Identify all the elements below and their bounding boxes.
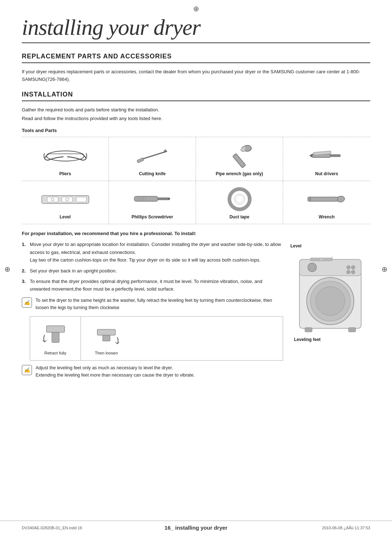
svg-point-39 <box>347 266 350 269</box>
tools-row1: Pliers Cutting knife <box>22 137 370 181</box>
pliers-icon <box>42 143 89 168</box>
svg-point-43 <box>308 263 317 272</box>
replacement-section: REPLACEMENT PARTS AND ACCESSORIES If you… <box>22 53 370 83</box>
svg-rect-33 <box>103 335 110 341</box>
tool-wrench: Wrench <box>283 181 370 224</box>
svg-point-0 <box>46 151 84 161</box>
tool-cutting-knife: Cutting knife <box>109 137 196 181</box>
pliers-label: Pliers <box>59 171 71 176</box>
install-text-col: 1. Move your dryer to an appropriate loc… <box>22 241 283 384</box>
tool-duct-tape: Duct tape <box>196 181 283 224</box>
svg-rect-11 <box>47 197 58 202</box>
svg-point-41 <box>347 270 350 274</box>
reg-mark-left: ⊕ <box>4 265 11 274</box>
replacement-title: REPLACEMENT PARTS AND ACCESSORIES <box>22 53 370 63</box>
diagram-loosen-label: Then loosen <box>95 351 118 355</box>
svg-rect-17 <box>158 198 170 200</box>
install-intro-1: Gather the required tools and parts befo… <box>22 106 370 114</box>
tools-label: Tools and Parts <box>22 128 370 133</box>
svg-point-45 <box>320 258 322 260</box>
tools-row2: Level <box>22 181 370 224</box>
dryer-image-col: Level <box>290 241 370 384</box>
wrench-label: Wrench <box>319 214 335 219</box>
tool-pliers: Pliers <box>22 137 109 181</box>
duct-tape-icon <box>225 186 254 211</box>
svg-rect-29 <box>308 197 311 201</box>
svg-rect-32 <box>97 329 115 335</box>
leveling-feet-label: Leveling feet <box>294 337 367 342</box>
install-bold: For proper installation, we recommend th… <box>22 231 370 236</box>
note1-text: To set the dryer to the same height as t… <box>36 297 283 311</box>
svg-point-42 <box>351 270 355 274</box>
tool-level: Level <box>22 181 109 224</box>
duct-tape-label: Duct tape <box>229 214 249 219</box>
phillips-label: Phillips Screwdriver <box>131 214 173 219</box>
install-step-1: 1. Move your dryer to an appropriate loc… <box>22 241 283 264</box>
dryer-svg <box>292 249 368 336</box>
pipe-wrench-icon <box>220 143 260 168</box>
svg-rect-31 <box>52 332 59 342</box>
note1-icon: ✍ <box>22 297 32 308</box>
install-step-3: 3. To ensure that the dryer provides opt… <box>22 278 283 293</box>
note2-text: Adjust the leveling feet only as much as… <box>36 364 195 379</box>
footer-page-label: 16_ installing your dryer <box>164 525 227 531</box>
svg-marker-8 <box>309 154 312 157</box>
level-image-label: Level <box>290 243 302 249</box>
pipe-wrench-label: Pipe wrench (gas only) <box>216 171 263 176</box>
phillips-icon <box>132 186 172 211</box>
install-content: 1. Move your dryer to an appropriate loc… <box>22 241 370 384</box>
svg-point-37 <box>316 287 345 316</box>
note2-icon: ✍ <box>22 365 32 375</box>
step3-num: 3. <box>22 278 30 293</box>
footer-date: 2010-06-08 ¿ÀÃü 11:37:53 <box>228 526 370 530</box>
wrench-icon <box>305 186 348 211</box>
diagram-loosen: Then loosen <box>81 317 132 360</box>
svg-rect-12 <box>62 197 73 202</box>
svg-rect-27 <box>309 197 338 201</box>
main-title: installing your dryer <box>22 15 370 43</box>
installation-title: INSTALLATION <box>22 91 370 101</box>
level-label: Level <box>60 214 71 219</box>
step1-num: 1. <box>22 241 30 264</box>
nut-drivers-icon <box>309 143 345 168</box>
diagram-retract: Retract fully <box>30 317 81 360</box>
footer: DV340AE-02820B-01_EN.indd 16 16_ install… <box>0 521 392 531</box>
install-step-2: 2. Set your dryer back in an upright pos… <box>22 267 283 275</box>
note2-box: ✍ Adjust the leveling feet only as much … <box>22 364 283 379</box>
footer-file-info: DV340AE-02820B-01_EN.indd 16 <box>22 526 164 530</box>
cutting-knife-label: Cutting knife <box>139 171 166 176</box>
install-intro-2: Read and follow the instructions provide… <box>22 115 370 123</box>
step2-num: 2. <box>22 267 30 275</box>
install-steps: 1. Move your dryer to an appropriate loc… <box>22 241 283 293</box>
page: ⊕ ⊕ ⊕ installing your dryer REPLACEMENT … <box>0 0 392 538</box>
step1-text: Move your dryer to an appropriate locati… <box>30 241 283 264</box>
leveling-diagram: Retract fully Then loosen <box>30 316 283 361</box>
tool-nut-drivers: Nut drivers <box>283 137 370 181</box>
note1-box: ✍ To set the dryer to the same height as… <box>22 297 283 311</box>
nut-drivers-label: Nut drivers <box>315 171 338 176</box>
reg-mark-right: ⊕ <box>381 265 388 274</box>
tool-pipe-wrench: Pipe wrench (gas only) <box>196 137 283 181</box>
svg-rect-4 <box>137 157 144 163</box>
tool-phillips: Phillips Screwdriver <box>109 181 196 224</box>
svg-rect-30 <box>46 326 65 332</box>
svg-rect-13 <box>76 197 86 202</box>
diagram-retract-label: Retract fully <box>44 351 66 355</box>
svg-rect-7 <box>330 155 340 157</box>
svg-rect-47 <box>348 328 356 332</box>
reg-mark-top: ⊕ <box>193 4 199 13</box>
step3-text: To ensure that the dryer provides optima… <box>30 278 283 293</box>
level-icon <box>40 186 91 211</box>
svg-rect-5 <box>232 153 245 168</box>
installation-section: INSTALLATION Gather the required tools a… <box>22 91 370 384</box>
cutting-knife-icon <box>134 143 171 168</box>
replacement-body: If your dryer requires replacement parts… <box>22 68 370 83</box>
svg-point-40 <box>351 266 355 269</box>
step2-text: Set your dryer back in an upright positi… <box>30 267 117 275</box>
svg-rect-46 <box>305 328 312 332</box>
